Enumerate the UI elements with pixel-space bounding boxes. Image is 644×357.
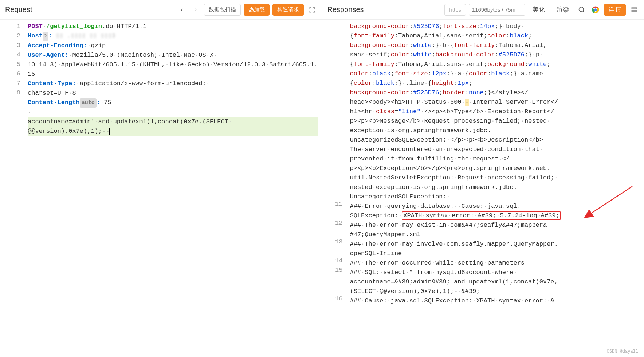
line-num: 4 [0,50,20,60]
https-button[interactable]: https [444,4,466,16]
code-line: background-color:#525D76;font-size:14px;… [350,22,641,31]
svg-rect-6 [632,10,637,11]
line-num: 1 [0,22,20,31]
svg-point-3 [594,8,597,11]
request-toolbar: Request 数据包扫描 热加载 构造请求 [0,0,322,20]
construct-button[interactable]: 构造请求 [272,4,304,16]
search-icon[interactable] [576,4,587,15]
request-gutter: 1 2 3 4 5 6 7 8 [0,20,26,357]
code-line: (SELECT·@@version),0x7e),1);--&#39; [350,287,641,296]
hotload-button[interactable]: 热加载 [244,4,270,16]
code-line: exception·is·org.springframework.jdbc. [350,126,641,135]
line-num: 16 [322,294,343,304]
response-title: Responses [327,5,364,14]
line-num: 7 [0,79,20,88]
svg-line-1 [583,11,584,12]
code-line: sans-serif;color:white;background-color:… [350,50,641,60]
fullscreen-icon[interactable] [307,4,318,15]
code-line: UncategorizedSQLException:·</p><p><b>Des… [350,135,641,145]
response-toolbar: Responses https 11696bytes / 75m 美化 渲染 详… [322,0,644,20]
code-line: {font-family:Tahoma,Arial,sans-serif;col… [350,31,641,41]
code-line: #47;QueryMapper.xml [350,230,641,239]
code-line: ###·The·error·may·involve·com.seafly.map… [350,239,641,249]
response-editor[interactable]: 11 12 13 14 15 16 background-color:#525D… [322,20,644,357]
code-line: ###·Cause:·java.sql.SQLException:·XPATH·… [350,296,641,306]
detail-button[interactable]: 详 情 [604,4,626,16]
code-line: head><body><h1>HTTP·Status·500·–·Interna… [350,98,641,107]
watermark: CSDN @dayall [607,347,638,356]
highlight-box: XPATH·syntax·error:·&#39;~5.7.24-log~&#3… [402,211,561,220]
code-line: POST·/getylist_login.do·HTTP/1.1 [28,22,318,31]
code-line: util.NestedServletException:·Request·pro… [350,173,641,183]
code-line: accountname=&#39;admin&#39;·and·updatexm… [350,277,641,287]
code-line: nested·exception·is·org.springframework.… [350,183,641,192]
response-panel: Responses https 11696bytes / 75m 美化 渲染 详… [322,0,644,357]
size-display: 11696bytes / 75m [469,4,525,16]
code-line: background-color:#525D76;border:none;}</… [350,88,641,98]
code-line: {font-family:Tahoma,Arial,sans-serif;bac… [350,60,641,69]
code-line: SQLException:·XPATH·syntax·error:·&#39;~… [350,211,641,221]
request-title: Request [5,5,32,14]
line-num: 15 [322,266,343,275]
line-num: 3 [0,41,20,50]
line-num: 13 [322,237,343,247]
svg-point-0 [579,7,584,12]
code-line: ###·The·error·may·exist·in·com&#47;seafl… [350,221,641,230]
nav-back-icon[interactable] [176,4,187,15]
code-line: User-Agent:·Mozilla/5.0·(Macintosh;·Inte… [28,51,318,79]
code-line: color:black;font-size:12px;}·a·{color:bl… [350,69,641,79]
line-num: 11 [322,199,343,209]
code-line: Content-Type:·application/x-www-form-url… [28,79,318,98]
response-gutter: 11 12 13 14 15 16 [322,20,349,357]
code-line: ###·The·error·occurred·while·setting·par… [350,258,641,268]
line-num: 12 [322,218,343,228]
line-num: 14 [322,256,343,266]
code-line: Host?: ▯▯ .▯▯▯▯ ▯▯ ▯▯▯3 [28,31,318,41]
scan-button[interactable]: 数据包扫描 [204,4,241,16]
code-line: UncategorizedSQLException:· [350,192,641,202]
request-editor[interactable]: 1 2 3 4 5 6 7 8 POST·/getylist_login.do·… [0,20,322,357]
code-line: Content-Lengthauto:·75 [28,98,318,108]
code-line: prevented·it·from·fulfilling·the·request… [350,154,641,164]
beautify-button[interactable]: 美化 [528,4,549,16]
code-line: The·server·encountered·an·unexpected·con… [350,145,641,154]
line-num: 5 [0,60,20,69]
code-line: ###·Error·querying·database.··Cause:·jav… [350,202,641,211]
line-num: 6 [0,69,20,79]
line-num: 8 [0,88,20,98]
code-line: ###·SQL:·select·*·from·mysql.d8account·w… [350,268,641,277]
request-panel: Request 数据包扫描 热加载 构造请求 1 2 3 4 5 6 7 8 P… [0,0,322,357]
code-line: {color:black;}·.line·{height:1px; [350,79,641,88]
code-line: h1><hr·class="line"·/><p><b>Type</b>·Exc… [350,107,641,116]
nav-forward-icon[interactable] [190,4,201,15]
svg-rect-5 [632,8,637,9]
code-line: accountname=admin'·and·updatexml(1,conca… [28,117,318,136]
render-button[interactable]: 渲染 [552,4,573,16]
text-cursor [109,128,110,135]
code-line: p><p><b>Exception</b></p><pre>org.spring… [350,164,641,173]
response-code[interactable]: background-color:#525D76;font-size:14px;… [349,20,644,357]
code-line: p><p><b>Message</b>·Request·processing·f… [350,116,641,126]
request-code[interactable]: POST·/getylist_login.do·HTTP/1.1 Host?: … [26,20,322,357]
line-num: 2 [0,31,20,41]
code-line: openSQL-Inline [350,249,641,258]
code-line: background-color:white;}·b·{font-family:… [350,41,641,50]
more-icon[interactable] [629,4,640,15]
code-line: Accept-Encoding:·gzip [28,41,318,51]
code-line: · [28,108,318,117]
chrome-icon[interactable] [590,4,601,15]
